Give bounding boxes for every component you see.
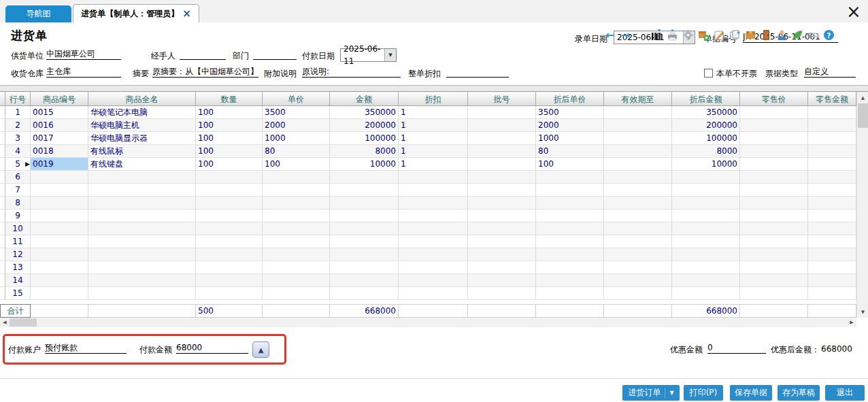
grid-header-valid-until[interactable]: 有效期至	[604, 92, 672, 106]
grid-cell-discount[interactable]	[399, 184, 468, 197]
grid-cell-amount[interactable]: 100000	[330, 132, 399, 145]
grid-cell-qty[interactable]: 100	[196, 119, 263, 132]
grid-cell-discounted-amount[interactable]: 100000	[672, 132, 740, 145]
grid-cell-unit-price[interactable]	[263, 261, 330, 274]
grid-cell-retail-price[interactable]	[740, 197, 808, 210]
grid-cell-valid-until[interactable]	[604, 274, 672, 287]
note-field[interactable]: 原说明:	[302, 67, 401, 78]
grid-cell-row-no[interactable]: 15	[5, 287, 31, 300]
grid-cell-discounted-amount[interactable]: 350000	[672, 106, 740, 119]
grid-cell-discounted-price[interactable]	[536, 261, 604, 274]
grid-cell-product-code[interactable]: 0015	[31, 106, 88, 119]
grid-cell-product-name[interactable]: 有线鼠标	[88, 145, 196, 158]
grid-header-row-no[interactable]: 行号	[5, 92, 31, 106]
grid-cell-discounted-price[interactable]: 1000	[536, 132, 604, 145]
grid-cell-discount[interactable]	[399, 261, 468, 274]
save-draft-button[interactable]: 存为草稿	[778, 385, 820, 401]
grid-cell-valid-until[interactable]	[604, 145, 672, 158]
grid-cell-discounted-amount[interactable]	[672, 210, 740, 222]
grid-cell-retail-amount[interactable]	[808, 222, 856, 235]
grid-cell-qty[interactable]: 100	[196, 132, 263, 145]
grid-cell-row-no[interactable]: 4	[5, 145, 31, 158]
grid-cell-discounted-price[interactable]: 100	[536, 158, 604, 171]
purchase-order-button[interactable]: 进货订单 ▼	[622, 385, 680, 401]
grid-cell-unit-price[interactable]	[263, 197, 330, 210]
chevron-down-icon[interactable]: ▼	[384, 49, 396, 61]
grid-cell-valid-until[interactable]	[604, 222, 672, 235]
grid-cell-row-no[interactable]: 9	[5, 210, 31, 222]
link-icon[interactable]	[807, 29, 819, 41]
grid-cell-retail-amount[interactable]	[808, 287, 856, 300]
grid-cell-qty[interactable]	[196, 184, 263, 197]
grid-cell-retail-price[interactable]	[740, 235, 808, 248]
horizontal-scroll-thumb[interactable]	[10, 318, 37, 326]
grid-cell-unit-price[interactable]: 100	[263, 158, 330, 171]
grid-cell-product-code[interactable]	[31, 210, 88, 222]
exit-button[interactable]: 退出	[825, 385, 865, 401]
grid-cell-batch-no[interactable]	[468, 222, 536, 235]
grid-cell-product-code[interactable]: 0019	[31, 158, 88, 171]
previous-record-icon[interactable]: ←	[605, 29, 614, 41]
grid-cell-discounted-price[interactable]	[536, 248, 604, 261]
department-field[interactable]	[253, 49, 297, 60]
grid-cell-batch-no[interactable]	[468, 132, 536, 145]
grid-cell-retail-amount[interactable]	[808, 145, 856, 158]
grid-cell-amount[interactable]: 200000	[330, 119, 399, 132]
product-box-icon[interactable]	[745, 29, 756, 41]
handler-field[interactable]	[180, 49, 226, 60]
grid-cell-product-name[interactable]	[88, 235, 196, 248]
grid-cell-product-name[interactable]	[88, 197, 196, 210]
settings-gear-icon[interactable]	[682, 29, 694, 41]
add-product-icon[interactable]	[698, 29, 710, 41]
grid-cell-retail-amount[interactable]	[808, 132, 856, 145]
grid-cell-retail-price[interactable]	[740, 171, 808, 184]
grid-cell-retail-amount[interactable]	[808, 210, 856, 222]
no-invoice-checkbox[interactable]	[704, 69, 713, 78]
grid-cell-amount[interactable]: 8000	[330, 145, 399, 158]
grid-cell-amount[interactable]	[330, 197, 399, 210]
grid-cell-retail-amount[interactable]	[808, 184, 856, 197]
grid-header-retail-price[interactable]: 零售价	[740, 92, 808, 106]
grid-cell-retail-price[interactable]	[740, 184, 808, 197]
grid-cell-valid-until[interactable]	[604, 235, 672, 248]
grid-cell-row-no[interactable]: 1	[5, 106, 31, 119]
grid-cell-batch-no[interactable]	[468, 119, 536, 132]
grid-cell-valid-until[interactable]	[604, 184, 672, 197]
grid-cell-valid-until[interactable]	[604, 119, 672, 132]
grid-cell-discount[interactable]	[399, 287, 468, 300]
grid-cell-discounted-price[interactable]	[536, 171, 604, 184]
grid-cell-row-no[interactable]: 7	[5, 184, 31, 197]
grid-cell-retail-amount[interactable]	[808, 274, 856, 287]
grid-cell-discount[interactable]: 1	[399, 132, 468, 145]
grid-cell-discounted-amount[interactable]	[672, 222, 740, 235]
discount-amount-field[interactable]: 0	[707, 343, 766, 354]
grid-cell-qty[interactable]	[196, 248, 263, 261]
scroll-down-icon[interactable]: ▼	[857, 306, 868, 318]
grid-cell-retail-amount[interactable]	[808, 248, 856, 261]
grid-cell-valid-until[interactable]	[604, 197, 672, 210]
help-icon[interactable]: ?	[823, 29, 835, 41]
horizontal-scrollbar[interactable]: ◀ ▶	[0, 318, 856, 327]
tab-navigation[interactable]: 导航图	[5, 5, 71, 22]
grid-cell-product-code[interactable]	[31, 197, 88, 210]
grid-cell-row-no[interactable]: 14	[5, 274, 31, 287]
grid-cell-discounted-amount[interactable]	[672, 235, 740, 248]
grid-cell-product-name[interactable]	[88, 248, 196, 261]
grid-cell-discount[interactable]	[399, 210, 468, 222]
grid-cell-batch-no[interactable]	[468, 145, 536, 158]
grid-cell-retail-amount[interactable]	[808, 235, 856, 248]
supplier-field[interactable]: 中国烟草公司	[46, 49, 121, 60]
grid-cell-product-code[interactable]: 0017	[31, 132, 88, 145]
grid-cell-product-name[interactable]	[88, 287, 196, 300]
grid-cell-row-no[interactable]: 5▶	[5, 158, 31, 171]
grid-cell-product-code[interactable]	[31, 171, 88, 184]
grid-cell-discounted-amount[interactable]	[672, 261, 740, 274]
grid-cell-discounted-amount[interactable]	[672, 274, 740, 287]
grid-cell-discount[interactable]: 1	[399, 158, 468, 171]
grid-cell-retail-amount[interactable]	[808, 197, 856, 210]
grid-cell-product-name[interactable]: 华硕电脑显示器	[88, 132, 196, 145]
grid-cell-unit-price[interactable]	[263, 235, 330, 248]
leaf-icon[interactable]	[792, 29, 803, 41]
scroll-up-icon[interactable]: ▲	[857, 92, 868, 103]
grid-cell-qty[interactable]	[196, 287, 263, 300]
